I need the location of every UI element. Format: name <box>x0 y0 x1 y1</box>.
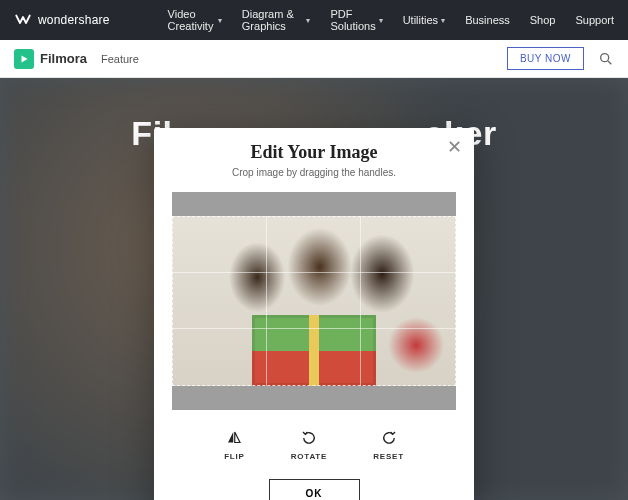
nav-business[interactable]: Business <box>465 8 510 32</box>
flip-label: FLIP <box>224 452 245 461</box>
search-icon[interactable] <box>598 51 614 67</box>
tool-row: FLIP ROTATE RESET <box>172 428 456 461</box>
crop-image[interactable] <box>172 216 456 386</box>
chevron-down-icon: ▾ <box>379 16 383 25</box>
modal-title: Edit Your Image <box>172 142 456 163</box>
sub-nav: Filmora Feature BUY NOW <box>0 40 628 78</box>
close-icon[interactable]: ✕ <box>447 138 462 156</box>
top-nav: wondershare Video Creativity▾ Diagram & … <box>0 0 628 40</box>
nav-support[interactable]: Support <box>575 8 614 32</box>
rotate-label: ROTATE <box>291 452 328 461</box>
wondershare-icon <box>14 11 32 29</box>
nav-diagram-graphics[interactable]: Diagram & Graphics▾ <box>242 8 311 32</box>
nav-pdf-solutions[interactable]: PDF Solutions▾ <box>330 8 382 32</box>
subnav-feature[interactable]: Feature <box>101 53 139 65</box>
edit-image-modal: ✕ Edit Your Image Crop image by dragging… <box>154 128 474 500</box>
chevron-down-icon: ▾ <box>441 16 445 25</box>
brand-name: wondershare <box>38 13 110 27</box>
modal-subtitle: Crop image by dragging the handles. <box>172 167 456 178</box>
photo-gifts <box>252 315 377 386</box>
reset-icon <box>379 428 399 448</box>
nav-video-creativity[interactable]: Video Creativity▾ <box>168 8 222 32</box>
buy-now-button[interactable]: BUY NOW <box>507 47 584 70</box>
svg-point-0 <box>601 53 609 61</box>
filmora-logo[interactable]: Filmora <box>14 49 87 69</box>
nav-shop[interactable]: Shop <box>530 8 556 32</box>
chevron-down-icon: ▾ <box>306 16 310 25</box>
flip-button[interactable]: FLIP <box>224 428 245 461</box>
filmora-icon <box>14 49 34 69</box>
rotate-button[interactable]: ROTATE <box>291 428 328 461</box>
svg-line-1 <box>608 61 611 64</box>
ok-button[interactable]: OK <box>269 479 360 500</box>
brand-logo[interactable]: wondershare <box>14 11 110 29</box>
modal-overlay: ✕ Edit Your Image Crop image by dragging… <box>0 78 628 500</box>
chevron-down-icon: ▾ <box>218 16 222 25</box>
crop-stage[interactable] <box>172 192 456 410</box>
top-nav-links: Video Creativity▾ Diagram & Graphics▾ PD… <box>168 8 614 32</box>
reset-button[interactable]: RESET <box>373 428 404 461</box>
reset-label: RESET <box>373 452 404 461</box>
filmora-name: Filmora <box>40 51 87 66</box>
nav-utilities[interactable]: Utilities▾ <box>403 8 445 32</box>
flip-icon <box>224 428 244 448</box>
hero-section: Fil mora Meme M aker Instantly make awes… <box>0 78 628 500</box>
rotate-icon <box>299 428 319 448</box>
